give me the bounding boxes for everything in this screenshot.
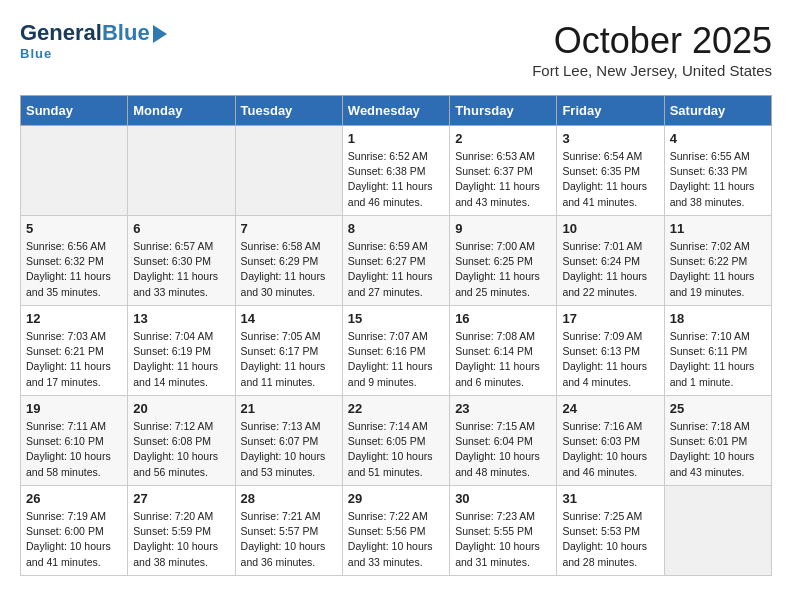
calendar-body: 1Sunrise: 6:52 AMSunset: 6:38 PMDaylight… [21,126,772,576]
calendar-cell: 31Sunrise: 7:25 AMSunset: 5:53 PMDayligh… [557,486,664,576]
day-number: 26 [26,491,122,506]
day-info: Sunrise: 7:22 AMSunset: 5:56 PMDaylight:… [348,509,444,570]
day-info: Sunrise: 7:09 AMSunset: 6:13 PMDaylight:… [562,329,658,390]
calendar-cell: 14Sunrise: 7:05 AMSunset: 6:17 PMDayligh… [235,306,342,396]
day-info: Sunrise: 7:14 AMSunset: 6:05 PMDaylight:… [348,419,444,480]
day-number: 22 [348,401,444,416]
calendar-cell: 20Sunrise: 7:12 AMSunset: 6:08 PMDayligh… [128,396,235,486]
calendar-table: SundayMondayTuesdayWednesdayThursdayFrid… [20,95,772,576]
day-number: 1 [348,131,444,146]
day-number: 19 [26,401,122,416]
day-info: Sunrise: 7:08 AMSunset: 6:14 PMDaylight:… [455,329,551,390]
day-info: Sunrise: 7:13 AMSunset: 6:07 PMDaylight:… [241,419,337,480]
day-number: 13 [133,311,229,326]
title-block: October 2025 Fort Lee, New Jersey, Unite… [532,20,772,79]
calendar-cell: 18Sunrise: 7:10 AMSunset: 6:11 PMDayligh… [664,306,771,396]
logo-arrow-icon [153,25,167,43]
calendar-cell: 15Sunrise: 7:07 AMSunset: 6:16 PMDayligh… [342,306,449,396]
day-info: Sunrise: 7:23 AMSunset: 5:55 PMDaylight:… [455,509,551,570]
day-number: 21 [241,401,337,416]
day-info: Sunrise: 6:58 AMSunset: 6:29 PMDaylight:… [241,239,337,300]
day-info: Sunrise: 6:52 AMSunset: 6:38 PMDaylight:… [348,149,444,210]
day-number: 18 [670,311,766,326]
day-number: 7 [241,221,337,236]
day-number: 15 [348,311,444,326]
day-info: Sunrise: 6:59 AMSunset: 6:27 PMDaylight:… [348,239,444,300]
day-number: 16 [455,311,551,326]
day-info: Sunrise: 7:07 AMSunset: 6:16 PMDaylight:… [348,329,444,390]
header-day-thursday: Thursday [450,96,557,126]
calendar-cell [235,126,342,216]
header-day-friday: Friday [557,96,664,126]
day-info: Sunrise: 7:04 AMSunset: 6:19 PMDaylight:… [133,329,229,390]
day-number: 11 [670,221,766,236]
calendar-cell: 6Sunrise: 6:57 AMSunset: 6:30 PMDaylight… [128,216,235,306]
day-info: Sunrise: 7:15 AMSunset: 6:04 PMDaylight:… [455,419,551,480]
day-number: 23 [455,401,551,416]
logo-underline: Blue [20,46,52,61]
day-info: Sunrise: 7:20 AMSunset: 5:59 PMDaylight:… [133,509,229,570]
location: Fort Lee, New Jersey, United States [532,62,772,79]
day-number: 31 [562,491,658,506]
header-day-wednesday: Wednesday [342,96,449,126]
calendar-cell: 28Sunrise: 7:21 AMSunset: 5:57 PMDayligh… [235,486,342,576]
week-row-5: 26Sunrise: 7:19 AMSunset: 6:00 PMDayligh… [21,486,772,576]
logo-blue: Blue [102,20,150,46]
calendar-cell: 12Sunrise: 7:03 AMSunset: 6:21 PMDayligh… [21,306,128,396]
day-info: Sunrise: 7:16 AMSunset: 6:03 PMDaylight:… [562,419,658,480]
day-number: 27 [133,491,229,506]
calendar-cell: 22Sunrise: 7:14 AMSunset: 6:05 PMDayligh… [342,396,449,486]
day-number: 5 [26,221,122,236]
day-info: Sunrise: 7:11 AMSunset: 6:10 PMDaylight:… [26,419,122,480]
calendar-cell: 16Sunrise: 7:08 AMSunset: 6:14 PMDayligh… [450,306,557,396]
week-row-2: 5Sunrise: 6:56 AMSunset: 6:32 PMDaylight… [21,216,772,306]
page-header: GeneralBlue Blue October 2025 Fort Lee, … [20,20,772,79]
day-number: 6 [133,221,229,236]
day-info: Sunrise: 7:18 AMSunset: 6:01 PMDaylight:… [670,419,766,480]
day-number: 17 [562,311,658,326]
day-info: Sunrise: 7:00 AMSunset: 6:25 PMDaylight:… [455,239,551,300]
calendar-cell: 4Sunrise: 6:55 AMSunset: 6:33 PMDaylight… [664,126,771,216]
day-info: Sunrise: 6:54 AMSunset: 6:35 PMDaylight:… [562,149,658,210]
month-title: October 2025 [532,20,772,62]
day-number: 29 [348,491,444,506]
calendar-cell: 8Sunrise: 6:59 AMSunset: 6:27 PMDaylight… [342,216,449,306]
logo-general: General [20,20,102,46]
day-number: 24 [562,401,658,416]
day-number: 10 [562,221,658,236]
logo: GeneralBlue Blue [20,20,167,61]
day-info: Sunrise: 7:02 AMSunset: 6:22 PMDaylight:… [670,239,766,300]
day-number: 8 [348,221,444,236]
calendar-cell: 7Sunrise: 6:58 AMSunset: 6:29 PMDaylight… [235,216,342,306]
day-number: 28 [241,491,337,506]
calendar-cell: 27Sunrise: 7:20 AMSunset: 5:59 PMDayligh… [128,486,235,576]
calendar-cell: 19Sunrise: 7:11 AMSunset: 6:10 PMDayligh… [21,396,128,486]
day-info: Sunrise: 7:25 AMSunset: 5:53 PMDaylight:… [562,509,658,570]
week-row-3: 12Sunrise: 7:03 AMSunset: 6:21 PMDayligh… [21,306,772,396]
calendar-cell [664,486,771,576]
calendar-cell: 9Sunrise: 7:00 AMSunset: 6:25 PMDaylight… [450,216,557,306]
week-row-4: 19Sunrise: 7:11 AMSunset: 6:10 PMDayligh… [21,396,772,486]
day-number: 4 [670,131,766,146]
day-info: Sunrise: 7:21 AMSunset: 5:57 PMDaylight:… [241,509,337,570]
week-row-1: 1Sunrise: 6:52 AMSunset: 6:38 PMDaylight… [21,126,772,216]
calendar-header: SundayMondayTuesdayWednesdayThursdayFrid… [21,96,772,126]
calendar-cell: 2Sunrise: 6:53 AMSunset: 6:37 PMDaylight… [450,126,557,216]
day-number: 30 [455,491,551,506]
day-info: Sunrise: 7:10 AMSunset: 6:11 PMDaylight:… [670,329,766,390]
day-info: Sunrise: 6:57 AMSunset: 6:30 PMDaylight:… [133,239,229,300]
calendar-cell: 25Sunrise: 7:18 AMSunset: 6:01 PMDayligh… [664,396,771,486]
calendar-cell: 10Sunrise: 7:01 AMSunset: 6:24 PMDayligh… [557,216,664,306]
day-number: 3 [562,131,658,146]
calendar-cell [21,126,128,216]
day-number: 25 [670,401,766,416]
calendar-cell: 26Sunrise: 7:19 AMSunset: 6:00 PMDayligh… [21,486,128,576]
header-day-monday: Monday [128,96,235,126]
day-info: Sunrise: 6:56 AMSunset: 6:32 PMDaylight:… [26,239,122,300]
day-info: Sunrise: 7:05 AMSunset: 6:17 PMDaylight:… [241,329,337,390]
day-info: Sunrise: 6:53 AMSunset: 6:37 PMDaylight:… [455,149,551,210]
header-day-saturday: Saturday [664,96,771,126]
calendar-cell: 23Sunrise: 7:15 AMSunset: 6:04 PMDayligh… [450,396,557,486]
calendar-cell [128,126,235,216]
calendar-cell: 13Sunrise: 7:04 AMSunset: 6:19 PMDayligh… [128,306,235,396]
